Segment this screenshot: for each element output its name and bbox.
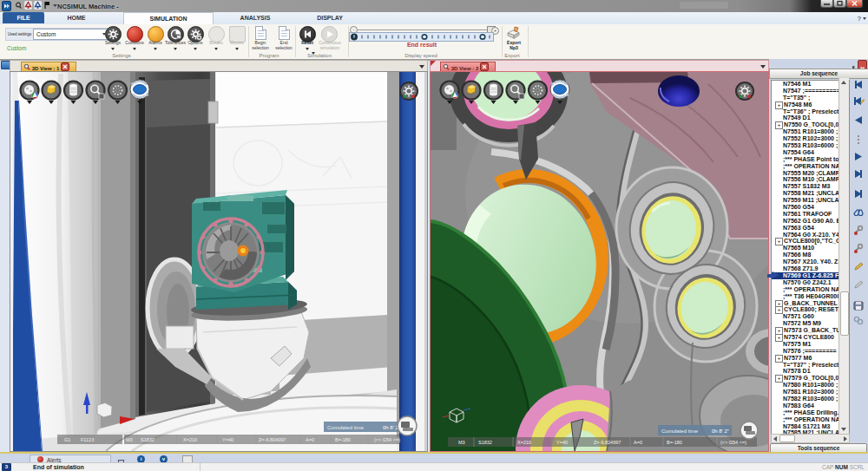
svg-text:S1832: S1832 bbox=[141, 437, 155, 442]
svg-text:M3: M3 bbox=[458, 440, 465, 445]
svg-text:Z=-6.824997: Z=-6.824997 bbox=[594, 440, 621, 445]
svg-text:Y=40: Y=40 bbox=[222, 437, 233, 442]
svg-text:G1: G1 bbox=[64, 437, 70, 442]
svg-text:F1123: F1123 bbox=[81, 437, 94, 442]
svg-text:X=210: X=210 bbox=[517, 440, 531, 445]
svg-text:0h 8' 2": 0h 8' 2" bbox=[712, 428, 729, 434]
svg-text:Cumulated time: Cumulated time bbox=[327, 425, 365, 430]
svg-text:A=0: A=0 bbox=[634, 440, 642, 445]
svg-text:B=-180: B=-180 bbox=[667, 440, 682, 445]
svg-text:(<> G54 <=): (<> G54 <=) bbox=[374, 437, 400, 442]
svg-text:Cumulated time: Cumulated time bbox=[661, 428, 699, 434]
svg-text:B=-180: B=-180 bbox=[335, 437, 351, 442]
svg-text:A=0: A=0 bbox=[306, 437, 314, 442]
svg-text:(<> G54 <=): (<> G54 <=) bbox=[720, 440, 746, 445]
svg-text:S1832: S1832 bbox=[478, 440, 492, 445]
svg-text:Y=40: Y=40 bbox=[556, 440, 568, 445]
svg-text:M3: M3 bbox=[126, 437, 133, 442]
svg-text:X=210: X=210 bbox=[183, 437, 197, 442]
svg-text:Z=-6.804097: Z=-6.804097 bbox=[259, 437, 286, 442]
